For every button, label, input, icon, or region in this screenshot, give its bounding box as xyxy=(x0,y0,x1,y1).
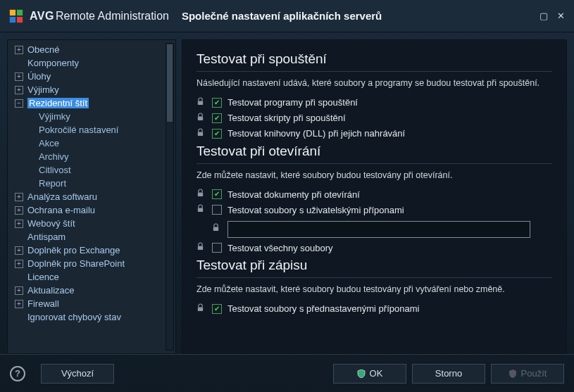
expand-icon[interactable]: + xyxy=(15,46,23,54)
footer: ? Výchozí OK Storno Použít xyxy=(0,354,574,392)
checkbox[interactable] xyxy=(212,243,222,253)
option-row: Testovat skripty při spouštění xyxy=(196,113,552,124)
svg-rect-1 xyxy=(17,9,23,15)
close-icon[interactable]: ✕ xyxy=(556,11,566,21)
sidebar-item[interactable]: +Výjimky xyxy=(8,83,175,96)
option-label: Testovat skripty při spouštění xyxy=(227,113,346,123)
option-row: Testovat programy při spouštění xyxy=(196,97,552,108)
option-row: Testovat dokumenty při otevírání xyxy=(196,189,552,200)
checkbox[interactable] xyxy=(212,98,222,108)
lock-icon[interactable] xyxy=(212,223,222,234)
sidebar-item[interactable]: +Doplněk pro Exchange xyxy=(8,244,175,257)
sidebar-item[interactable]: +Firewall xyxy=(8,297,175,310)
lock-icon[interactable] xyxy=(196,204,206,215)
svg-rect-8 xyxy=(198,208,203,213)
sidebar-item[interactable]: +Analýza softwaru xyxy=(8,190,175,203)
option-label: Testovat soubory s uživatelskými přípona… xyxy=(227,205,404,215)
shield-icon xyxy=(509,369,517,378)
option-label: Testovat všechny soubory xyxy=(227,243,333,253)
expand-icon[interactable] xyxy=(15,273,23,282)
sidebar-item-label: Licence xyxy=(27,272,59,282)
sidebar-item[interactable]: Komponenty xyxy=(8,56,175,70)
sidebar-item-label: Firewall xyxy=(27,298,59,309)
sidebar-subitem[interactable]: Pokročilé nastavení xyxy=(8,123,175,137)
checkbox[interactable] xyxy=(212,304,222,314)
expand-icon[interactable]: + xyxy=(15,86,23,94)
expand-icon[interactable] xyxy=(15,59,23,68)
expand-icon[interactable]: + xyxy=(15,206,23,215)
expand-icon[interactable]: + xyxy=(15,220,23,228)
sidebar-item-label: Antispam xyxy=(27,232,65,242)
lock-icon[interactable] xyxy=(196,303,206,315)
sidebar-subitem[interactable]: Citlivost xyxy=(8,163,175,177)
sidebar-item[interactable]: Licence xyxy=(8,270,175,284)
sidebar-item-label: Ignorovat chybový stav xyxy=(27,312,121,322)
expand-icon[interactable]: + xyxy=(15,300,23,308)
sidebar-item-label: Pokročilé nastavení xyxy=(39,125,118,135)
ok-button[interactable]: OK xyxy=(333,364,406,384)
cancel-button[interactable]: Storno xyxy=(412,364,485,384)
lock-icon[interactable] xyxy=(196,189,206,200)
section-title: Testovat při zápisu xyxy=(196,258,552,273)
option-row: Testovat knihovny (DLL) při jejich nahrá… xyxy=(196,128,552,139)
sidebar-item-label: Archivy xyxy=(39,151,69,162)
option-label: Testovat programy při spouštění xyxy=(227,97,358,108)
expand-icon[interactable]: + xyxy=(15,193,23,201)
checkbox[interactable] xyxy=(212,205,222,215)
sidebar-item[interactable]: Ignorovat chybový stav xyxy=(8,310,175,324)
sidebar-item-label: Výjimky xyxy=(39,111,70,122)
sidebar-item[interactable]: +Úlohy xyxy=(8,70,175,83)
expand-icon[interactable]: + xyxy=(15,260,23,268)
option-input-row xyxy=(196,220,552,238)
option-row: Testovat soubory s přednastavenými přípo… xyxy=(196,303,552,315)
sidebar-subitem[interactable]: Report xyxy=(8,177,175,190)
divider xyxy=(196,277,552,278)
expand-icon[interactable]: + xyxy=(15,286,23,295)
cancel-button-label: Storno xyxy=(435,368,462,379)
option-label: Testovat soubory s přednastavenými přípo… xyxy=(227,303,419,314)
checkbox[interactable] xyxy=(212,189,222,199)
lock-icon[interactable] xyxy=(196,242,206,253)
sidebar-item[interactable]: +Ochrana e-mailu xyxy=(8,203,175,217)
help-icon[interactable]: ? xyxy=(10,366,25,381)
expand-icon[interactable] xyxy=(15,233,23,241)
sidebar-item[interactable]: +Webový štít xyxy=(8,217,175,230)
checkbox[interactable] xyxy=(212,113,222,123)
sidebar-item-label: Ochrana e-mailu xyxy=(27,205,95,215)
brand-text: AVGRemote Administration xyxy=(30,10,169,23)
sidebar-item[interactable]: +Aktualizace xyxy=(8,284,175,297)
sidebar-item-label: Analýza softwaru xyxy=(27,191,97,202)
scrollbar-thumb[interactable] xyxy=(167,44,173,122)
content-panel: Testovat při spouštění Následující nasta… xyxy=(182,39,567,354)
avg-logo-icon xyxy=(8,8,24,24)
lock-icon[interactable] xyxy=(196,128,206,139)
sidebar-item[interactable]: +Doplněk pro SharePoint xyxy=(8,257,175,270)
sidebar-scrollbar[interactable] xyxy=(166,43,174,350)
option-label: Testovat dokumenty při otevírání xyxy=(227,189,360,200)
apply-button[interactable]: Použít xyxy=(491,364,564,384)
default-button[interactable]: Výchozí xyxy=(41,364,114,384)
sidebar-item[interactable]: +Obecné xyxy=(8,43,175,56)
option-row: Testovat soubory s uživatelskými přípona… xyxy=(196,204,552,215)
sidebar-subitem[interactable]: Archivy xyxy=(8,150,175,163)
sidebar-item-label: Výjimky xyxy=(27,84,59,95)
lock-icon[interactable] xyxy=(196,113,206,124)
sidebar: +ObecnéKomponenty+Úlohy+Výjimky−Rezident… xyxy=(7,39,176,354)
expand-icon[interactable] xyxy=(15,313,23,322)
sidebar-subitem[interactable]: Akce xyxy=(8,137,175,150)
option-label: Testovat knihovny (DLL) při jejich nahrá… xyxy=(227,128,405,139)
sidebar-subitem[interactable]: Výjimky xyxy=(8,110,175,123)
svg-rect-11 xyxy=(198,307,203,311)
sidebar-item-label: Obecné xyxy=(27,44,60,55)
sidebar-item[interactable]: −Rezidentní štít xyxy=(8,96,175,110)
extensions-input[interactable] xyxy=(227,221,530,238)
sidebar-item-label: Doplněk pro SharePoint xyxy=(27,258,125,269)
minimize-icon[interactable]: ▢ xyxy=(539,11,549,21)
expand-icon[interactable]: + xyxy=(15,72,23,81)
expand-icon[interactable]: + xyxy=(15,246,23,255)
window-title: Společné nastavení aplikačních serverů xyxy=(182,10,382,22)
checkbox[interactable] xyxy=(212,129,222,139)
lock-icon[interactable] xyxy=(196,97,206,108)
collapse-icon[interactable]: − xyxy=(15,99,23,108)
sidebar-item[interactable]: Antispam xyxy=(8,230,175,244)
